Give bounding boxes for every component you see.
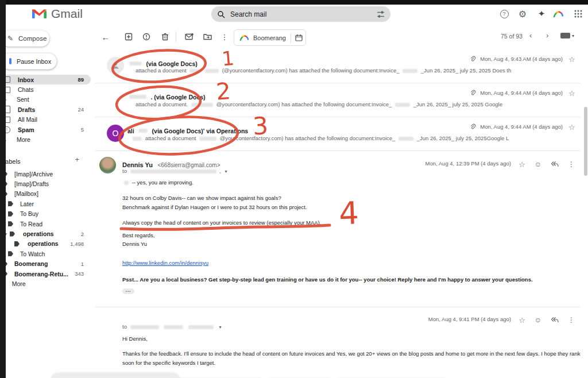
move-to-folder-button[interactable] bbox=[202, 32, 212, 42]
divider bbox=[95, 151, 580, 151]
sidebar-item-more[interactable]: ⌄ More bbox=[6, 134, 92, 144]
email-date: Mon, Aug 4, 9:44 AM (4 days ago) bbox=[480, 90, 563, 96]
annotation-underline-4 bbox=[121, 225, 330, 229]
divider bbox=[95, 83, 580, 83]
screen-edge-top bbox=[0, 0, 588, 5]
sidebar-label-operations[interactable]: ▾ operations 2 bbox=[6, 229, 92, 238]
report-spam-button[interactable] bbox=[141, 32, 152, 42]
snippet-text: (@yourcontentfactory.com) has attached t… bbox=[222, 67, 400, 74]
redacted-text bbox=[395, 103, 410, 107]
gemini-sparkle-icon[interactable]: ✦ bbox=[536, 8, 547, 20]
redacted-text bbox=[129, 95, 146, 99]
recipients-line[interactable]: to ▾ bbox=[122, 323, 222, 330]
sidebar-item-chats[interactable]: Chats bbox=[6, 84, 92, 94]
sidebar-label-imap-archive[interactable]: [Imap]/Archive bbox=[6, 169, 92, 179]
recipients-line[interactable]: to , ▾ bbox=[122, 168, 227, 174]
label-tag-icon bbox=[8, 211, 13, 217]
reply-all-icon[interactable] bbox=[550, 160, 559, 169]
redacted-text bbox=[399, 137, 413, 141]
sidebar-label-to-buy[interactable]: To Buy bbox=[6, 209, 92, 219]
sidebar-item-inbox[interactable]: Inbox 89 bbox=[6, 75, 92, 84]
pause-inbox-button[interactable]: Pause Inbox bbox=[1, 53, 57, 70]
recipients-dropdown-icon[interactable]: ▾ bbox=[225, 169, 227, 174]
signature-line: Best regards, bbox=[122, 232, 155, 238]
label-tag-icon bbox=[10, 232, 15, 237]
divider bbox=[95, 117, 580, 117]
compose-pencil-icon: ✎ bbox=[7, 34, 13, 43]
more-options-button[interactable]: ⋮ bbox=[219, 32, 230, 42]
star-icon[interactable]: ☆ bbox=[568, 55, 575, 64]
sidebar-item-spam[interactable]: ! Spam 5 bbox=[6, 125, 92, 134]
star-icon[interactable]: ☆ bbox=[517, 315, 527, 325]
archive-button[interactable] bbox=[123, 32, 134, 42]
sender-name: ali bbox=[127, 128, 134, 134]
newer-chevron-button[interactable]: ‹ bbox=[529, 31, 532, 40]
sidebar-label-to-read[interactable]: To Read bbox=[6, 219, 92, 229]
sidebar-label-boomerang[interactable]: Boomerang 1 bbox=[6, 259, 92, 269]
boomerang-button-divider bbox=[291, 33, 291, 43]
apps-grid-icon[interactable] bbox=[572, 8, 584, 20]
show-trimmed-content-button[interactable]: ••• bbox=[122, 288, 134, 294]
create-label-plus-icon[interactable]: + bbox=[75, 155, 79, 164]
sidebar-nav: Inbox 89 Chats ▷ Sent Drafts 24 All Mail… bbox=[6, 75, 92, 145]
mark-unread-button[interactable] bbox=[184, 32, 194, 42]
delete-button[interactable] bbox=[160, 32, 170, 42]
sidebar-label-more[interactable]: ⌄ More bbox=[6, 279, 92, 288]
body-line: Benchmark against if Dylan Haugen or I w… bbox=[122, 204, 307, 210]
redacted-text bbox=[138, 129, 148, 133]
redacted-text bbox=[130, 325, 159, 329]
emoji-reaction-icon[interactable]: ☺ bbox=[533, 315, 543, 325]
promo-line: Psst... Are you a local business? Get st… bbox=[122, 276, 533, 283]
settings-gear-icon[interactable]: ⚙ bbox=[517, 8, 528, 20]
star-icon[interactable]: ☆ bbox=[517, 160, 527, 169]
snippet-text: @yourcontentfactory.com) has attached th… bbox=[220, 135, 396, 141]
sidebar-item-all-mail[interactable]: All Mail bbox=[6, 115, 92, 125]
snippet-text: attached a document bbox=[136, 67, 187, 74]
star-icon[interactable]: ☆ bbox=[568, 89, 575, 98]
gmail-brand-text: Gmail bbox=[51, 7, 83, 21]
scrollbar-thumb[interactable] bbox=[584, 107, 587, 176]
body-line: -- yes, you are improving. bbox=[132, 179, 194, 186]
gmail-logo: Gmail bbox=[32, 7, 83, 21]
sidebar-item-sent[interactable]: ▷ Sent bbox=[6, 95, 92, 105]
linkedin-link[interactable]: http://www.linkedin.com/in/dennisyu bbox=[122, 260, 208, 266]
reply-all-icon[interactable] bbox=[550, 315, 559, 325]
email-date: Mon, Aug 4, 9:43 AM (4 days ago) bbox=[480, 56, 563, 62]
older-chevron-button[interactable]: › bbox=[546, 31, 548, 40]
star-icon[interactable]: ☆ bbox=[568, 123, 575, 132]
pager-count: 75 of 93 bbox=[501, 33, 523, 40]
sidebar-label-operations-child[interactable]: operations 1,498 bbox=[6, 239, 92, 249]
snippet-text: _Jun 26, 2025_ july 25, 2025 Does th bbox=[421, 67, 511, 74]
sender-name: . (via Google Docs) bbox=[150, 94, 205, 101]
recipients-dropdown-icon[interactable]: ▾ bbox=[219, 325, 222, 330]
compose-button[interactable]: ✎ Compose bbox=[1, 30, 49, 47]
emoji-reaction-icon[interactable]: ☺ bbox=[533, 160, 543, 169]
message-more-options-icon[interactable]: ⋮ bbox=[567, 315, 576, 325]
label-tag-icon bbox=[8, 201, 13, 206]
avatar bbox=[107, 57, 124, 74]
sidebar-label-imap-drafts[interactable]: [Imap]/Drafts bbox=[6, 179, 92, 188]
redacted-text bbox=[199, 137, 216, 141]
search-input[interactable]: Search mail bbox=[230, 10, 377, 18]
help-icon[interactable]: ? bbox=[498, 8, 510, 20]
avatar bbox=[99, 157, 116, 173]
search-options-tune-icon[interactable] bbox=[377, 10, 385, 18]
back-arrow-button[interactable]: ← bbox=[100, 32, 111, 42]
boomerang-toolbar-button[interactable]: Boomerang bbox=[234, 29, 306, 46]
email-date: Mon, Aug 4, 12:39 PM (4 days ago) bbox=[368, 160, 511, 167]
body-line: Always copy the head of content on your … bbox=[122, 219, 321, 226]
boomerang-calendar-icon[interactable] bbox=[295, 34, 303, 41]
boomerang-extension-icon[interactable] bbox=[552, 8, 564, 20]
boomerang-button-label: Boomerang bbox=[253, 34, 286, 41]
sidebar-label-mailbox[interactable]: [Mailbox] bbox=[6, 189, 92, 199]
message-more-options-icon[interactable]: ⋮ bbox=[567, 160, 576, 169]
sidebar-item-drafts[interactable]: Drafts 24 bbox=[6, 105, 92, 114]
sidebar-label-later[interactable]: Later bbox=[6, 199, 92, 209]
sidebar-label-boomerang-returned[interactable]: Boomerang-Retu... 343 bbox=[6, 269, 92, 279]
input-tools-keyboard-icon[interactable]: ▾ bbox=[560, 33, 574, 38]
email-date: Mon, Aug 4, 9:41 PM (4 days ago) bbox=[368, 316, 511, 322]
sender-name: (via Google Docs) bbox=[146, 60, 197, 67]
sidebar-label-to-watch[interactable]: To Watch bbox=[6, 249, 92, 259]
body-line: Hi Dennis, bbox=[122, 335, 148, 342]
search-bar[interactable]: Search mail bbox=[211, 6, 390, 22]
